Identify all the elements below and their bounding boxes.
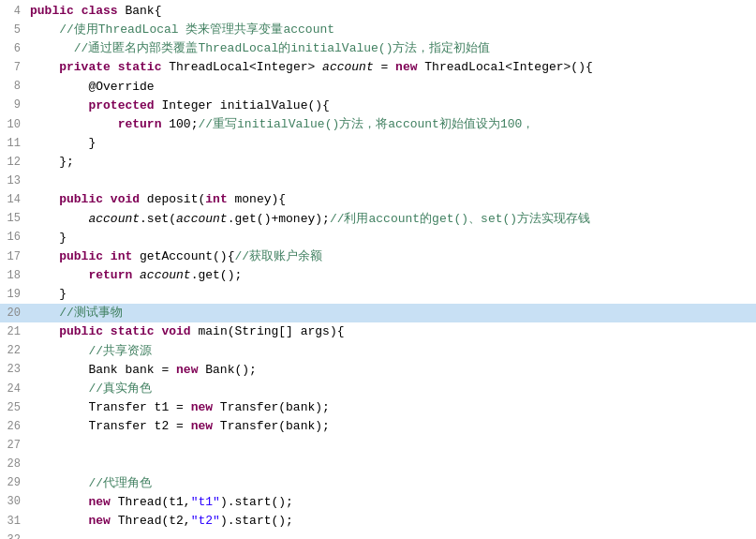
line-content [26, 531, 756, 539]
token-plain [74, 4, 82, 18]
token-plain [30, 117, 118, 131]
token-comment: //真实角色 [88, 382, 152, 396]
code-line: 7 private static ThreadLocal<Integer> ac… [0, 58, 756, 77]
line-number: 5 [0, 22, 26, 39]
token-kw: static [118, 60, 162, 74]
line-number: 32 [0, 532, 26, 539]
code-line: 17 public int getAccount(){//获取账户余额 [0, 247, 756, 266]
line-content: new Thread(t1,"t1").start(); [26, 493, 756, 512]
token-plain [30, 268, 88, 282]
line-content: Bank bank = new Bank(); [26, 361, 756, 380]
line-number: 18 [0, 267, 26, 285]
line-content: public void deposit(int money){ [26, 190, 756, 209]
line-content: //使用ThreadLocal 类来管理共享变量account [26, 21, 756, 39]
token-italic-var: account [88, 212, 140, 226]
token-plain [30, 60, 59, 74]
token-comment: //重写initialValue()方法，将account初始值设为100， [198, 117, 534, 131]
code-line: 14 public void deposit(int money){ [0, 190, 756, 209]
line-content: Transfer t2 = new Transfer(bank); [26, 417, 756, 436]
code-line: 6 //通过匿名内部类覆盖ThreadLocal的initialValue()方… [0, 39, 756, 58]
line-content: @Override [26, 78, 756, 97]
line-number: 12 [0, 154, 26, 172]
token-kw: return [88, 268, 132, 282]
line-number: 28 [0, 456, 26, 473]
code-line: 30 new Thread(t1,"t1").start(); [0, 493, 756, 512]
line-number: 20 [0, 305, 26, 322]
token-plain: @Override [30, 80, 155, 94]
token-comment: //利用account的get()、set()方法实现存钱 [330, 212, 590, 226]
token-kw: public [59, 192, 103, 206]
code-line: 20 //测试事物 [0, 304, 756, 322]
token-kw: new [395, 60, 417, 74]
line-content: public class Bank{ [26, 2, 756, 21]
token-kw: return [118, 117, 162, 131]
code-line: 4public class Bank{ [0, 2, 756, 21]
token-plain: ThreadLocal<Integer> [161, 60, 322, 74]
line-content: //测试事物 [26, 304, 756, 322]
token-comment: //获取账户余额 [234, 249, 322, 263]
line-number: 27 [0, 437, 26, 455]
line-content: } [26, 229, 756, 247]
code-line: 28 [0, 455, 756, 473]
token-kw: void [111, 192, 140, 206]
token-plain [30, 324, 59, 338]
token-kw: public [59, 249, 103, 263]
line-content: } [26, 285, 756, 304]
line-content [26, 436, 756, 455]
line-number: 11 [0, 135, 26, 153]
token-plain: ).start(); [220, 495, 293, 509]
line-number: 22 [0, 342, 26, 360]
line-content: private static ThreadLocal<Integer> acco… [26, 58, 756, 77]
line-number: 26 [0, 418, 26, 436]
code-line: 22 //共享资源 [0, 342, 756, 361]
line-number: 6 [0, 40, 26, 58]
line-content: new Thread(t2,"t2").start(); [26, 512, 756, 531]
token-plain: .get()+money); [228, 212, 330, 226]
token-plain [111, 60, 118, 74]
code-line: 9 protected Integer initialValue(){ [0, 97, 756, 115]
line-content: //共享资源 [26, 342, 756, 361]
line-number: 16 [0, 229, 26, 247]
token-plain: 100; [161, 117, 198, 131]
token-kw: new [88, 495, 110, 509]
line-content: public static void main(String[] args){ [26, 322, 756, 341]
code-editor: 4public class Bank{5 //使用ThreadLocal 类来管… [0, 0, 756, 539]
token-plain: Thread(t1, [111, 495, 191, 509]
line-number: 30 [0, 493, 26, 511]
token-comment: //共享资源 [88, 344, 152, 358]
line-content: Transfer t1 = new Transfer(bank); [26, 398, 756, 417]
code-line: 18 return account.get(); [0, 266, 756, 285]
line-number: 31 [0, 513, 26, 531]
token-plain: main(String[] args){ [191, 324, 345, 338]
code-line: 26 Transfer t2 = new Transfer(bank); [0, 417, 756, 436]
token-kw: private [59, 60, 111, 74]
token-kw: void [161, 324, 190, 338]
token-plain [30, 306, 59, 320]
token-plain: } [30, 287, 67, 301]
line-content: }; [26, 153, 756, 172]
code-line: 15 account.set(account.get()+money);//利用… [0, 210, 756, 229]
token-plain: = [374, 60, 395, 74]
line-number: 13 [0, 172, 26, 190]
line-number: 24 [0, 381, 26, 398]
token-plain [30, 212, 88, 226]
token-plain: Transfer(bank); [213, 400, 330, 414]
token-plain [30, 344, 88, 358]
line-number: 9 [0, 97, 26, 114]
token-plain: Bank{ [118, 4, 162, 18]
token-plain: money){ [228, 192, 286, 206]
line-content [26, 455, 756, 473]
token-plain: Thread(t2, [111, 514, 191, 528]
token-plain [30, 98, 88, 112]
token-plain [30, 192, 59, 206]
code-line: 31 new Thread(t2,"t2").start(); [0, 512, 756, 531]
code-line: 32 [0, 531, 756, 539]
code-line: 21 public static void main(String[] args… [0, 322, 756, 341]
code-line: 27 [0, 436, 756, 455]
code-line: 13 [0, 172, 756, 190]
line-number: 4 [0, 3, 26, 21]
line-number: 21 [0, 323, 26, 341]
code-line: 23 Bank bank = new Bank(); [0, 361, 756, 380]
token-plain: } [30, 231, 67, 245]
token-comment: //测试事物 [59, 306, 123, 320]
